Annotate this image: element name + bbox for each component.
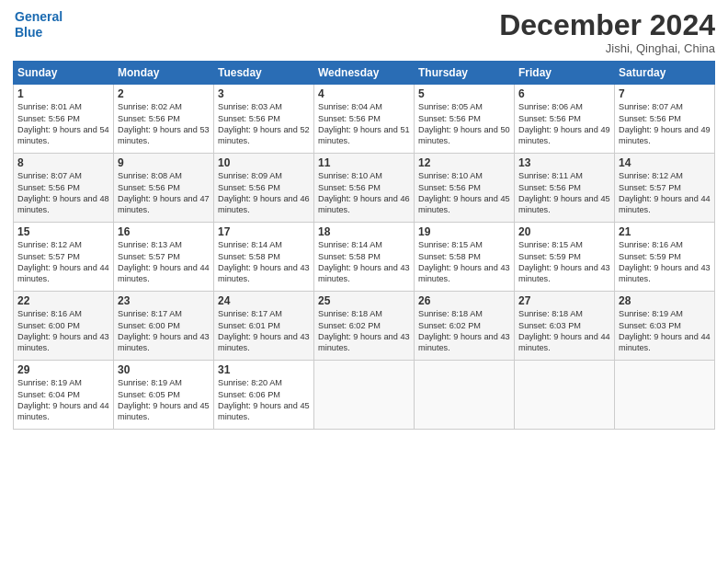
table-row: 7 Sunrise: 8:07 AM Sunset: 5:56 PM Dayli… (615, 85, 715, 154)
table-row: 18 Sunrise: 8:14 AM Sunset: 5:58 PM Dayl… (314, 223, 415, 292)
day-info: Sunrise: 8:16 AM Sunset: 5:59 PM Dayligh… (619, 239, 711, 285)
day-number: 25 (318, 294, 410, 307)
col-monday: Monday (114, 62, 214, 85)
col-tuesday: Tuesday (214, 62, 314, 85)
day-info: Sunrise: 8:14 AM Sunset: 5:58 PM Dayligh… (318, 239, 410, 285)
day-number: 29 (17, 363, 109, 376)
table-row: 11 Sunrise: 8:10 AM Sunset: 5:56 PM Dayl… (314, 154, 415, 223)
day-info: Sunrise: 8:11 AM Sunset: 5:56 PM Dayligh… (518, 170, 610, 216)
day-number: 31 (218, 363, 310, 376)
day-info: Sunrise: 8:12 AM Sunset: 5:57 PM Dayligh… (619, 170, 711, 216)
day-info: Sunrise: 8:18 AM Sunset: 6:02 PM Dayligh… (318, 308, 410, 354)
calendar-row: 22 Sunrise: 8:16 AM Sunset: 6:00 PM Dayl… (14, 292, 715, 361)
table-row: 16 Sunrise: 8:13 AM Sunset: 5:57 PM Dayl… (114, 223, 214, 292)
table-row: 8 Sunrise: 8:07 AM Sunset: 5:56 PM Dayli… (14, 154, 114, 223)
day-info: Sunrise: 8:14 AM Sunset: 5:58 PM Dayligh… (218, 239, 310, 285)
day-number: 12 (418, 156, 510, 169)
table-row: 6 Sunrise: 8:06 AM Sunset: 5:56 PM Dayli… (515, 85, 615, 154)
day-number: 30 (118, 363, 210, 376)
day-info: Sunrise: 8:10 AM Sunset: 5:56 PM Dayligh… (318, 170, 410, 216)
day-info: Sunrise: 8:06 AM Sunset: 5:56 PM Dayligh… (518, 101, 610, 147)
table-row: 3 Sunrise: 8:03 AM Sunset: 5:56 PM Dayli… (214, 85, 314, 154)
day-info: Sunrise: 8:07 AM Sunset: 5:56 PM Dayligh… (17, 170, 109, 216)
day-number: 13 (518, 156, 610, 169)
day-number: 14 (619, 156, 711, 169)
table-row: 1 Sunrise: 8:01 AM Sunset: 5:56 PM Dayli… (14, 85, 114, 154)
table-row: 4 Sunrise: 8:04 AM Sunset: 5:56 PM Dayli… (314, 85, 415, 154)
logo-blue: Blue (15, 25, 63, 40)
day-number: 24 (218, 294, 310, 307)
day-number: 15 (17, 225, 109, 238)
page-container: General Blue General Blue December 2024 … (0, 0, 728, 437)
day-number: 26 (418, 294, 510, 307)
table-row: 27 Sunrise: 8:18 AM Sunset: 6:03 PM Dayl… (515, 292, 615, 361)
table-row: 29 Sunrise: 8:19 AM Sunset: 6:04 PM Dayl… (14, 361, 114, 430)
day-number: 1 (17, 87, 109, 100)
day-number: 28 (619, 294, 711, 307)
day-info: Sunrise: 8:01 AM Sunset: 5:56 PM Dayligh… (17, 101, 109, 147)
table-row (314, 361, 415, 430)
col-wednesday: Wednesday (314, 62, 415, 85)
logo-general: General (15, 9, 63, 25)
day-info: Sunrise: 8:20 AM Sunset: 6:06 PM Dayligh… (218, 377, 310, 423)
table-row: 21 Sunrise: 8:16 AM Sunset: 5:59 PM Dayl… (615, 223, 715, 292)
calendar-table: Sunday Monday Tuesday Wednesday Thursday… (13, 61, 715, 430)
day-info: Sunrise: 8:19 AM Sunset: 6:04 PM Dayligh… (17, 377, 109, 423)
col-friday: Friday (515, 62, 615, 85)
table-row: 26 Sunrise: 8:18 AM Sunset: 6:02 PM Dayl… (415, 292, 515, 361)
day-info: Sunrise: 8:07 AM Sunset: 5:56 PM Dayligh… (619, 101, 711, 147)
table-row: 30 Sunrise: 8:19 AM Sunset: 6:05 PM Dayl… (114, 361, 214, 430)
day-number: 3 (218, 87, 310, 100)
table-row: 13 Sunrise: 8:11 AM Sunset: 5:56 PM Dayl… (515, 154, 615, 223)
calendar-row: 8 Sunrise: 8:07 AM Sunset: 5:56 PM Dayli… (14, 154, 715, 223)
header-row: Sunday Monday Tuesday Wednesday Thursday… (14, 62, 715, 85)
day-info: Sunrise: 8:16 AM Sunset: 6:00 PM Dayligh… (17, 308, 109, 354)
table-row: 10 Sunrise: 8:09 AM Sunset: 5:56 PM Dayl… (214, 154, 314, 223)
day-number: 22 (17, 294, 109, 307)
day-info: Sunrise: 8:13 AM Sunset: 5:57 PM Dayligh… (118, 239, 210, 285)
day-info: Sunrise: 8:10 AM Sunset: 5:56 PM Dayligh… (418, 170, 510, 216)
day-number: 10 (218, 156, 310, 169)
month-title: December 2024 (499, 9, 715, 41)
day-info: Sunrise: 8:08 AM Sunset: 5:56 PM Dayligh… (118, 170, 210, 216)
table-row: 2 Sunrise: 8:02 AM Sunset: 5:56 PM Dayli… (114, 85, 214, 154)
calendar-body: 1 Sunrise: 8:01 AM Sunset: 5:56 PM Dayli… (14, 85, 715, 430)
table-row: 5 Sunrise: 8:05 AM Sunset: 5:56 PM Dayli… (415, 85, 515, 154)
calendar-row: 29 Sunrise: 8:19 AM Sunset: 6:04 PM Dayl… (14, 361, 715, 430)
table-row: 31 Sunrise: 8:20 AM Sunset: 6:06 PM Dayl… (214, 361, 314, 430)
day-info: Sunrise: 8:15 AM Sunset: 5:59 PM Dayligh… (518, 239, 610, 285)
location: Jishi, Qinghai, China (499, 41, 715, 55)
table-row: 22 Sunrise: 8:16 AM Sunset: 6:00 PM Dayl… (14, 292, 114, 361)
day-info: Sunrise: 8:04 AM Sunset: 5:56 PM Dayligh… (318, 101, 410, 147)
day-info: Sunrise: 8:17 AM Sunset: 6:01 PM Dayligh… (218, 308, 310, 354)
day-number: 16 (118, 225, 210, 238)
day-number: 20 (518, 225, 610, 238)
day-info: Sunrise: 8:18 AM Sunset: 6:02 PM Dayligh… (418, 308, 510, 354)
day-info: Sunrise: 8:18 AM Sunset: 6:03 PM Dayligh… (518, 308, 610, 354)
day-number: 23 (118, 294, 210, 307)
day-number: 18 (318, 225, 410, 238)
table-row: 28 Sunrise: 8:19 AM Sunset: 6:03 PM Dayl… (615, 292, 715, 361)
day-number: 11 (318, 156, 410, 169)
day-number: 19 (418, 225, 510, 238)
day-info: Sunrise: 8:12 AM Sunset: 5:57 PM Dayligh… (17, 239, 109, 285)
table-row (415, 361, 515, 430)
day-info: Sunrise: 8:02 AM Sunset: 5:56 PM Dayligh… (118, 101, 210, 147)
day-info: Sunrise: 8:05 AM Sunset: 5:56 PM Dayligh… (418, 101, 510, 147)
table-row: 24 Sunrise: 8:17 AM Sunset: 6:01 PM Dayl… (214, 292, 314, 361)
table-row (615, 361, 715, 430)
day-info: Sunrise: 8:17 AM Sunset: 6:00 PM Dayligh… (118, 308, 210, 354)
day-number: 8 (17, 156, 109, 169)
day-info: Sunrise: 8:09 AM Sunset: 5:56 PM Dayligh… (218, 170, 310, 216)
table-row: 19 Sunrise: 8:15 AM Sunset: 5:58 PM Dayl… (415, 223, 515, 292)
col-saturday: Saturday (615, 62, 715, 85)
day-number: 7 (619, 87, 711, 100)
table-row: 12 Sunrise: 8:10 AM Sunset: 5:56 PM Dayl… (415, 154, 515, 223)
day-number: 6 (518, 87, 610, 100)
calendar-row: 1 Sunrise: 8:01 AM Sunset: 5:56 PM Dayli… (14, 85, 715, 154)
day-info: Sunrise: 8:15 AM Sunset: 5:58 PM Dayligh… (418, 239, 510, 285)
table-row: 15 Sunrise: 8:12 AM Sunset: 5:57 PM Dayl… (14, 223, 114, 292)
day-number: 5 (418, 87, 510, 100)
table-row: 20 Sunrise: 8:15 AM Sunset: 5:59 PM Dayl… (515, 223, 615, 292)
calendar-row: 15 Sunrise: 8:12 AM Sunset: 5:57 PM Dayl… (14, 223, 715, 292)
